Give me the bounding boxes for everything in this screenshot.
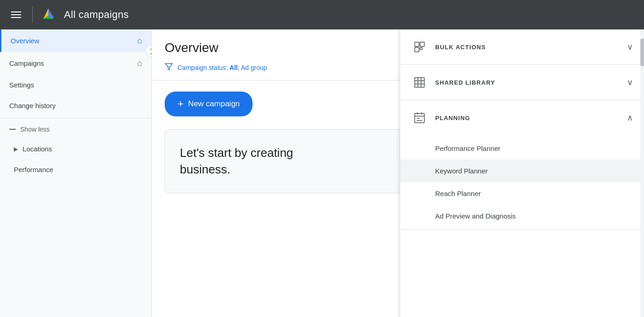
planning-icon (411, 110, 428, 126)
reach-planner-item[interactable]: Reach Planner (400, 182, 644, 205)
shared-library-header[interactable]: SHARED LIBRARY ∨ (400, 65, 644, 100)
svg-rect-10 (420, 47, 422, 50)
bulk-actions-title: BULK ACTIONS (435, 44, 486, 51)
sidebar-item-settings[interactable]: Settings (0, 75, 151, 95)
new-campaign-label: New campaign (188, 99, 240, 109)
home-icon-overview: ⌂ (137, 36, 142, 46)
planning-header[interactable]: PLANNING ∧ (400, 100, 644, 135)
planning-section: PLANNING ∧ Performance Planner Keyword P… (400, 100, 644, 230)
show-less-label: Show less (20, 126, 50, 133)
shared-library-section: SHARED LIBRARY ∨ (400, 65, 644, 100)
shared-library-icon (411, 74, 428, 91)
planning-items: Performance Planner Keyword Planner Reac… (400, 135, 644, 229)
bulk-actions-section: BULK ACTIONS ∨ (400, 29, 644, 65)
planning-chevron: ∧ (627, 113, 633, 123)
google-ads-logo (40, 6, 57, 23)
svg-rect-8 (420, 42, 424, 46)
ad-preview-item[interactable]: Ad Preview and Diagnosis (400, 205, 644, 227)
sidebar-item-change-history[interactable]: Change history (0, 95, 151, 116)
shared-library-chevron: ∨ (627, 77, 633, 87)
sidebar-item-campaigns[interactable]: Campaigns ⌂ (0, 52, 151, 75)
bulk-actions-chevron: ∨ (627, 42, 633, 52)
show-less-button[interactable]: Show less (0, 120, 151, 138)
bulk-actions-header[interactable]: BULK ACTIONS ∨ (400, 29, 644, 64)
sidebar-locations-label: Locations (23, 145, 52, 153)
svg-rect-9 (415, 47, 419, 52)
svg-marker-6 (166, 63, 172, 70)
bulk-actions-icon (411, 39, 428, 55)
home-icon-campaigns: ⌂ (137, 58, 142, 68)
sidebar: Overview ⌂ Campaigns ⌂ Settings Change h… (0, 29, 152, 317)
sidebar-item-performance[interactable]: Performance (0, 159, 151, 180)
app-header: All campaigns (0, 0, 644, 29)
sidebar-item-locations[interactable]: ▶ Locations (0, 138, 151, 159)
new-campaign-button[interactable]: + New campaign (165, 92, 253, 116)
sidebar-divider (0, 118, 151, 118)
scrollbar-track (640, 29, 644, 317)
shared-library-title: SHARED LIBRARY (435, 79, 495, 86)
arrow-right-icon: ▶ (14, 146, 18, 152)
planning-dropdown: BULK ACTIONS ∨ (400, 29, 644, 317)
svg-rect-11 (415, 78, 425, 87)
keyword-planner-item[interactable]: Keyword Planner (400, 160, 644, 182)
plus-icon: + (178, 98, 184, 110)
filter-text: Campaign status: All; Ad group (178, 64, 267, 71)
planning-title: PLANNING (435, 115, 470, 121)
page-title: All campaigns (64, 9, 129, 21)
main-layout: Overview ⌂ Campaigns ⌂ Settings Change h… (0, 29, 644, 317)
sidebar-performance-label: Performance (14, 166, 53, 173)
show-less-dash-icon (9, 129, 16, 130)
performance-planner-item[interactable]: Performance Planner (400, 137, 644, 160)
scrollbar-thumb[interactable] (640, 39, 644, 66)
logo-icon (40, 6, 57, 23)
svg-rect-7 (415, 42, 419, 46)
header-divider (32, 6, 33, 23)
sidebar-item-overview[interactable]: Overview ⌂ (0, 29, 151, 52)
filter-icon (165, 63, 173, 73)
menu-button[interactable] (7, 8, 25, 22)
